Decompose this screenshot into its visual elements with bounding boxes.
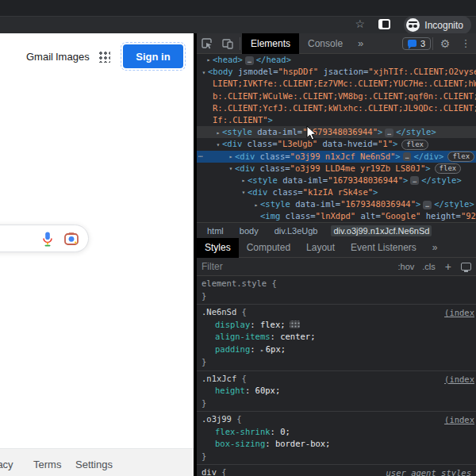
css-declaration[interactable]: align-items: center; — [202, 331, 471, 344]
rule-selector[interactable]: .n1xJcf — [202, 374, 236, 383]
collapsed-content-icon[interactable]: … — [385, 129, 393, 137]
tab-elements[interactable]: Elements — [242, 33, 299, 54]
css-property-name[interactable]: padding — [215, 344, 250, 354]
css-property-value[interactable]: border-box — [275, 439, 325, 448]
expand-shorthand-icon[interactable]: ▸ — [260, 347, 264, 354]
expand-arrow-icon[interactable]: ▸ — [240, 175, 248, 186]
inspect-element-icon[interactable] — [197, 33, 217, 54]
expand-arrow-icon[interactable]: ▸ — [214, 127, 222, 139]
browser-chrome: ☆ Incognito — [0, 0, 476, 33]
search-input[interactable] — [0, 225, 89, 252]
css-property-value[interactable]: 60px — [255, 386, 275, 395]
styles-tab-event-listeners[interactable]: Event Listeners — [343, 238, 424, 258]
styles-tab-layout[interactable]: Layout — [298, 238, 343, 258]
dom-tree-row[interactable]: R:.CLIENT;YcfJ:.CLIENT;kWlxhc:.CLIENT;JL… — [197, 102, 476, 114]
rule-selector[interactable]: element.style — [202, 278, 267, 288]
open-brace: { — [267, 278, 277, 288]
images-link[interactable]: Images — [56, 51, 90, 63]
dom-tree-row[interactable]: b:.CLIENT;WCulWe:.CLIENT;VM8bg:.CLIENT;q… — [197, 90, 476, 102]
dom-tree-row[interactable]: ▸<style data-iml="1679348036944">…</styl… — [197, 175, 476, 186]
collapsed-content-icon[interactable]: … — [245, 56, 254, 65]
flex-editor-icon[interactable] — [290, 321, 300, 328]
gmail-link[interactable]: Gmail — [26, 51, 53, 63]
flex-badge[interactable]: flex — [447, 152, 474, 162]
settings-link[interactable]: Settings — [75, 459, 113, 470]
device-toolbar-icon[interactable] — [217, 33, 238, 54]
rendering-emulation-icon[interactable] — [461, 263, 471, 271]
css-declaration[interactable]: height: 60px; — [202, 385, 471, 397]
expand-arrow-icon[interactable]: ▾ — [227, 163, 235, 175]
css-property-value[interactable]: 6px — [266, 344, 281, 354]
css-property-name[interactable]: flex-shrink — [215, 427, 271, 436]
side-panel-icon[interactable] — [378, 19, 390, 29]
flex-badge[interactable]: flex — [401, 140, 428, 150]
css-property-name[interactable]: height — [215, 386, 245, 395]
dom-token: <style — [222, 127, 252, 136]
css-declaration[interactable]: flex-shrink: 0; — [202, 426, 471, 439]
breadcrumb-item[interactable]: body — [237, 225, 261, 236]
dom-tree-row[interactable]: <img class="lnXdpd" alt="Google" height=… — [197, 210, 476, 222]
toggle-hover-state-button[interactable]: :hov — [398, 262, 415, 271]
styles-tab-styles[interactable]: Styles — [197, 238, 239, 258]
rule-selector[interactable]: .o3j99 — [202, 414, 232, 424]
camera-lens-icon[interactable] — [64, 232, 79, 245]
styles-tab-computed[interactable]: Computed — [239, 238, 298, 258]
css-declaration[interactable]: box-sizing: border-box; — [202, 438, 471, 451]
stylesheet-source-link[interactable]: (index — [444, 414, 474, 427]
toggle-classes-button[interactable]: .cls — [422, 262, 436, 271]
css-property-name[interactable]: box-sizing — [215, 439, 265, 448]
privacy-link[interactable]: Privacy — [0, 459, 13, 470]
settings-gear-icon[interactable]: ⚙ — [435, 33, 455, 54]
css-declaration[interactable]: padding: ▸6px; — [202, 344, 471, 357]
css-property-name[interactable]: align-items — [215, 332, 271, 341]
expand-arrow-icon[interactable]: ▾ — [214, 139, 222, 151]
dom-tree-row[interactable]: ▸<style data-iml="1679348036944">…</styl… — [197, 126, 476, 138]
styles-filter-input[interactable] — [202, 261, 390, 272]
dom-tree-row[interactable]: ▾<body jsmodel="hspDDf" jsaction="xjhTIf… — [197, 66, 476, 78]
breadcrumb-item[interactable]: div.o3j99.n1xJcf.Ne6nSd — [331, 225, 432, 236]
dom-tree-row[interactable]: ▾<div class="k1zIA rSk4se"> — [197, 186, 476, 198]
flex-badge[interactable]: flex — [435, 163, 462, 174]
kebab-menu-icon[interactable]: ⋮ — [455, 33, 476, 54]
terms-link[interactable]: Terms — [33, 459, 61, 470]
css-property-value[interactable]: flex — [260, 320, 280, 329]
breadcrumb-item[interactable]: html — [205, 225, 226, 236]
dom-token: jsaction= — [318, 67, 368, 76]
collapsed-content-icon[interactable]: … — [403, 152, 412, 161]
more-tabs-icon[interactable]: » — [351, 37, 370, 49]
dom-tree-row[interactable]: ▾<div class="o3j99 LLD4me yr19Zb LS80J">… — [197, 163, 476, 175]
bookmark-star-icon[interactable]: ☆ — [355, 18, 365, 29]
rule-selector[interactable]: div — [202, 467, 217, 476]
issues-badge[interactable]: 3 — [402, 37, 431, 50]
breadcrumb-item[interactable]: div.L3eUgb — [272, 225, 321, 236]
expand-arrow-icon[interactable]: ▾ — [240, 186, 248, 198]
dom-tree-row[interactable]: LIENT;IVKTfe:.CLIENT;Ez7VMc:.CLIENT;YUC7… — [197, 78, 476, 90]
css-declaration[interactable]: display: flex; — [202, 319, 471, 332]
styles-tab--[interactable]: » — [424, 238, 446, 258]
dom-tree-row[interactable]: ⋯▸<div class="o3j99 n1xJcf Ne6nSd">…</di… — [197, 151, 476, 163]
expand-arrow-icon[interactable]: ▸ — [252, 199, 260, 211]
new-style-rule-button[interactable]: + — [445, 260, 451, 273]
collapsed-content-icon[interactable]: … — [423, 201, 432, 209]
dom-tree-row[interactable]: If:.CLIENT"> — [197, 114, 476, 126]
css-property-name[interactable]: display — [215, 320, 250, 329]
apps-grid-icon[interactable] — [98, 50, 110, 63]
dom-token: "1679348036944" — [328, 175, 403, 185]
collapsed-content-icon[interactable]: … — [410, 176, 419, 185]
microphone-icon[interactable] — [42, 232, 53, 247]
expand-arrow-icon[interactable]: ▸ — [227, 151, 235, 163]
expand-arrow-icon[interactable]: ▾ — [200, 67, 208, 79]
node-more-actions-icon[interactable]: ⋯ — [198, 151, 202, 163]
stylesheet-source-link[interactable]: (index — [444, 307, 474, 320]
rule-selector[interactable]: .Ne6nSd — [202, 307, 236, 317]
dom-tree-row[interactable]: ▸<style data-iml="1679348036944">…</styl… — [197, 198, 476, 210]
tab-console[interactable]: Console — [299, 33, 351, 54]
expand-arrow-icon[interactable]: ▸ — [205, 54, 213, 66]
dom-tree-row[interactable]: ▾<div class="L3eUgb" data-hveid="1">flex — [197, 138, 476, 150]
stylesheet-source-link[interactable]: (index — [444, 374, 474, 386]
dom-token: > — [393, 139, 397, 148]
dom-tree-row[interactable]: ▸<head>…</head> — [197, 54, 476, 66]
sign-in-button[interactable]: Sign in — [123, 44, 183, 68]
css-property-value[interactable]: center — [280, 332, 310, 341]
dom-token: class= — [255, 163, 290, 173]
